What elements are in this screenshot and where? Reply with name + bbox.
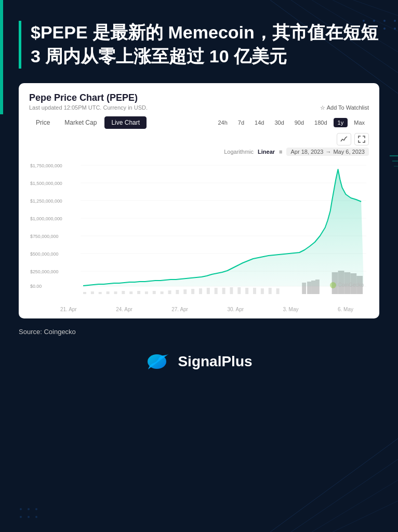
menu-icon[interactable]: ≡ xyxy=(279,149,282,155)
x-label-3: 27. Apr xyxy=(171,307,188,312)
svg-rect-49 xyxy=(129,291,132,294)
date-end: May 6, 2023 xyxy=(333,149,365,155)
x-label-2: 24. Apr xyxy=(116,307,132,312)
signalplus-logo-icon xyxy=(145,351,171,372)
svg-text:$500,000,000: $500,000,000 xyxy=(30,251,58,257)
svg-point-23 xyxy=(35,516,37,518)
svg-line-8 xyxy=(312,480,398,532)
svg-point-21 xyxy=(20,516,22,518)
svg-rect-47 xyxy=(114,291,117,294)
tab-price[interactable]: Price xyxy=(29,116,57,129)
watchlist-label: Add To Watchlist xyxy=(327,104,369,111)
svg-line-9 xyxy=(333,501,398,532)
tabs-left: Price Market Cap Live Chart xyxy=(29,116,147,129)
svg-line-7 xyxy=(291,459,398,532)
svg-rect-52 xyxy=(153,291,156,294)
logo-text: SignalPlus xyxy=(178,353,252,370)
x-axis-labels: 21. Apr 24. Apr 27. Apr 30. Apr 3. May 6… xyxy=(29,304,369,312)
time-tab-14d[interactable]: 14d xyxy=(250,118,268,127)
coingecko-watermark: CoinGecko xyxy=(329,282,364,289)
svg-text:$750,000,000: $750,000,000 xyxy=(30,234,58,239)
svg-rect-66 xyxy=(261,288,264,294)
date-range: Apr 18, 2023 → May 6, 2023 xyxy=(286,148,369,156)
svg-line-6 xyxy=(270,438,398,532)
line-chart-button[interactable] xyxy=(337,133,351,145)
svg-text:$0.00: $0.00 xyxy=(30,284,42,289)
time-tabs: 24h 7d 14d 30d 90d 180d 1y Max xyxy=(214,118,369,127)
tab-market-cap[interactable]: Market Cap xyxy=(58,116,103,129)
svg-rect-51 xyxy=(145,291,148,294)
svg-rect-55 xyxy=(176,290,179,294)
time-tab-max[interactable]: Max xyxy=(350,118,369,127)
svg-rect-67 xyxy=(269,288,272,294)
svg-point-79 xyxy=(148,354,166,369)
watchlist-button[interactable]: ☆ Add To Watchlist xyxy=(320,104,369,111)
time-tab-7d[interactable]: 7d xyxy=(234,118,248,127)
tab-live-chart[interactable]: Live Chart xyxy=(104,116,147,129)
svg-rect-59 xyxy=(207,288,210,294)
x-label-4: 30. Apr xyxy=(227,307,244,312)
fullscreen-button[interactable] xyxy=(354,133,369,145)
svg-rect-61 xyxy=(222,288,225,294)
svg-rect-64 xyxy=(245,288,248,294)
svg-rect-53 xyxy=(161,291,164,294)
svg-point-22 xyxy=(28,516,30,518)
svg-text:$1,500,000,000: $1,500,000,000 xyxy=(30,181,62,186)
svg-text:$1,250,000,000: $1,250,000,000 xyxy=(30,198,62,204)
time-tab-90d[interactable]: 90d xyxy=(290,118,308,127)
chart-card: Pepe Price Chart (PEPE) Last updated 12:… xyxy=(19,83,379,318)
svg-rect-44 xyxy=(91,291,94,294)
svg-rect-45 xyxy=(99,292,102,294)
svg-text:$1,000,000,000: $1,000,000,000 xyxy=(30,216,62,221)
svg-rect-50 xyxy=(137,291,140,294)
chart-subtitle-text: Last updated 12:05PM UTC. Currency in US… xyxy=(29,104,148,111)
svg-rect-65 xyxy=(253,288,256,294)
time-tab-24h[interactable]: 24h xyxy=(214,118,231,127)
time-tab-1y[interactable]: 1y xyxy=(334,118,348,127)
svg-text:$1,750,000,000: $1,750,000,000 xyxy=(30,163,62,168)
svg-text:$250,000,000: $250,000,000 xyxy=(30,269,58,274)
svg-rect-48 xyxy=(122,291,125,294)
x-label-6: 6. May xyxy=(338,307,353,312)
logarithmic-option[interactable]: Logarithmic xyxy=(224,149,254,155)
scale-date-row: Logarithmic Linear ≡ Apr 18, 2023 → May … xyxy=(29,148,369,156)
star-icon: ☆ xyxy=(320,104,325,111)
date-start: Apr 18, 2023 xyxy=(290,149,323,155)
time-tab-30d[interactable]: 30d xyxy=(270,118,288,127)
chart-title: Pepe Price Chart (PEPE) xyxy=(29,92,369,103)
chart-area: $1,750,000,000 $1,500,000,000 $1,250,000… xyxy=(29,159,369,304)
svg-rect-68 xyxy=(276,288,280,294)
svg-point-19 xyxy=(28,508,30,510)
time-tab-180d[interactable]: 180d xyxy=(310,118,331,127)
svg-rect-56 xyxy=(183,289,187,294)
chart-controls xyxy=(29,133,369,145)
svg-rect-62 xyxy=(230,287,233,294)
svg-point-18 xyxy=(20,508,22,510)
linear-option[interactable]: Linear xyxy=(258,149,275,155)
arrow-icon: → xyxy=(325,149,331,155)
svg-rect-46 xyxy=(107,291,110,294)
logo-row: SignalPlus xyxy=(19,351,379,372)
svg-point-78 xyxy=(330,282,336,288)
x-label-5: 3. May xyxy=(283,307,299,312)
svg-rect-57 xyxy=(191,289,194,294)
svg-point-20 xyxy=(35,508,37,510)
svg-rect-60 xyxy=(215,288,218,294)
tab-row: Price Market Cap Live Chart 24h 7d 14d 3… xyxy=(29,116,369,129)
svg-rect-43 xyxy=(83,292,86,294)
x-label-1: 21. Apr xyxy=(60,307,77,312)
svg-rect-54 xyxy=(168,290,171,294)
headline-text: $PEPE 是最新的 Memecoin，其市值在短短 3 周内从零上涨至超过 1… xyxy=(19,21,379,69)
svg-rect-58 xyxy=(199,288,202,294)
svg-rect-63 xyxy=(237,287,241,294)
source-text: Source: Coingecko xyxy=(19,328,379,336)
